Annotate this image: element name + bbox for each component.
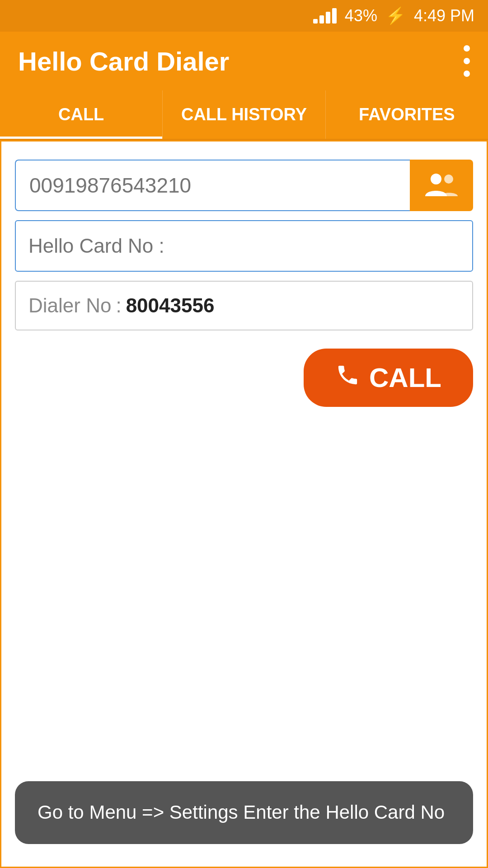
svg-point-1 [464, 58, 470, 64]
dialer-no-value: 80043556 [126, 294, 215, 317]
tab-call[interactable]: CALL [0, 90, 163, 139]
dialer-no-separator: : [116, 294, 121, 317]
dialer-no-box: Dialer No : 80043556 [15, 281, 473, 330]
overflow-menu-button[interactable] [464, 45, 470, 77]
battery-percentage: 43% [345, 6, 377, 25]
hello-card-input[interactable] [15, 220, 473, 272]
tab-call-history-label: CALL HISTORY [181, 105, 307, 124]
call-button-label: CALL [369, 362, 441, 393]
tab-call-history[interactable]: CALL HISTORY [163, 90, 325, 139]
phone-number-input[interactable] [15, 160, 410, 211]
info-banner-text: Go to Menu => Settings Enter the Hello C… [38, 802, 445, 823]
svg-point-0 [464, 45, 470, 52]
tab-bar: CALL CALL HISTORY FAVORITES [0, 90, 488, 140]
main-content: Dialer No : 80043556 CALL Go to Menu => … [0, 140, 488, 868]
call-button-row: CALL [15, 349, 473, 407]
status-bar: 43% ⚡ 4:49 PM [0, 0, 488, 32]
svg-point-2 [464, 71, 470, 77]
app-title: Hello Card Dialer [18, 46, 229, 76]
app-bar: Hello Card Dialer [0, 32, 488, 90]
tab-favorites[interactable]: FAVORITES [326, 90, 488, 139]
tab-call-label: CALL [58, 105, 104, 124]
info-banner: Go to Menu => Settings Enter the Hello C… [15, 781, 473, 844]
contacts-icon [423, 172, 460, 199]
content-spacer [15, 420, 473, 781]
phone-input-row [15, 160, 473, 211]
signal-icon [313, 8, 337, 24]
svg-point-3 [431, 174, 441, 184]
tab-favorites-label: FAVORITES [359, 105, 455, 124]
dialer-no-label: Dialer No [28, 294, 111, 317]
call-button[interactable]: CALL [304, 349, 473, 407]
svg-point-4 [444, 175, 453, 184]
clock: 4:49 PM [414, 6, 474, 25]
contacts-button[interactable] [410, 160, 473, 211]
call-phone-icon [335, 363, 360, 393]
battery-icon: ⚡ [385, 6, 406, 25]
